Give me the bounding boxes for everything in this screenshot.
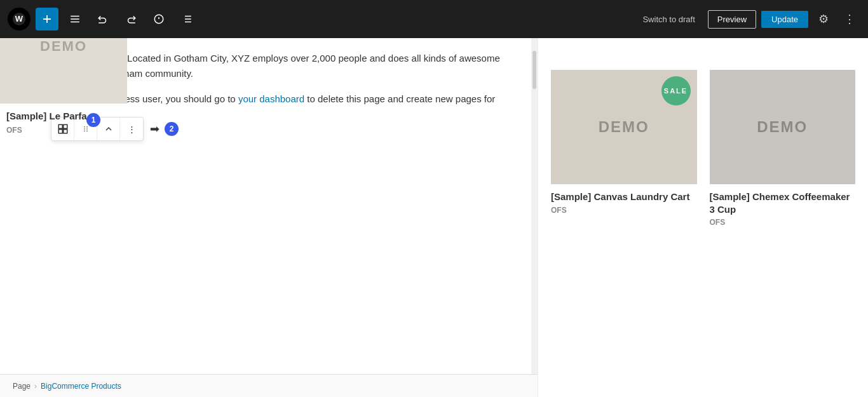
back-arrow-icon: ⬅ <box>150 122 159 136</box>
more-options-button[interactable]: ⋮ <box>839 8 860 30</box>
badge-2: 2 <box>165 122 179 136</box>
breadcrumb-bigcommerce: BigCommerce Products <box>41 382 121 391</box>
scrollbar-thumb <box>532 51 536 89</box>
canvas-cart-image: DEMO SALE <box>551 70 697 184</box>
editor-area: public ever since. Located in Gotham Cit… <box>0 38 868 397</box>
settings-button[interactable]: ⚙ <box>813 8 834 30</box>
chemex-demo-text: DEMO <box>757 118 808 136</box>
add-block-button[interactable] <box>36 8 58 30</box>
switch-draft-button[interactable]: Switch to draft <box>635 11 702 28</box>
left-product-card: DEMO [Sample] Le Parfa OFS <box>0 38 127 136</box>
svg-text:W: W <box>15 14 24 24</box>
editor-content[interactable]: public ever since. Located in Gotham Cit… <box>0 38 538 159</box>
canvas-cart-ofs: OFS <box>551 206 697 215</box>
canvas-demo-text: DEMO <box>599 118 649 136</box>
breadcrumb-bar: Page › BigCommerce Products <box>0 374 538 397</box>
undo-button[interactable] <box>92 8 114 30</box>
wordpress-logo: W <box>8 8 31 30</box>
canvas-cart-card: DEMO SALE [Sample] Canvas Laundry Cart O… <box>551 70 697 227</box>
chemex-name: [Sample] Chemex Coffeemaker 3 Cup <box>710 191 856 215</box>
editor-scrollbar[interactable] <box>531 38 538 374</box>
left-product-ofs: OFS <box>0 124 127 136</box>
product-grid: DEMO SALE [Sample] Canvas Laundry Cart O… <box>551 44 855 227</box>
preview-button[interactable]: Preview <box>708 10 756 29</box>
list-view-button[interactable] <box>175 8 198 30</box>
right-panel: DEMO SALE [Sample] Canvas Laundry Cart O… <box>538 38 868 397</box>
editor-main: public ever since. Located in Gotham Cit… <box>0 38 538 397</box>
tools-button[interactable] <box>64 8 86 30</box>
dashboard-link[interactable]: your dashboard <box>238 93 304 104</box>
sale-badge: SALE <box>661 76 691 105</box>
breadcrumb-separator: › <box>34 382 37 391</box>
update-button[interactable]: Update <box>761 11 808 28</box>
chemex-image: DEMO <box>710 70 856 184</box>
left-product-name: [Sample] Le Parfa <box>0 110 127 123</box>
chemex-card: DEMO [Sample] Chemex Coffeemaker 3 Cup O… <box>710 70 856 227</box>
chemex-ofs: OFS <box>710 218 856 227</box>
top-toolbar: W Switch to draft Preview Update ⚙ ⋮ <box>0 0 868 38</box>
redo-button[interactable] <box>119 8 142 30</box>
toolbar-right: Switch to draft Preview Update ⚙ ⋮ <box>635 8 860 30</box>
left-product-image: DEMO <box>0 38 127 104</box>
canvas-cart-name: [Sample] Canvas Laundry Cart <box>551 191 697 203</box>
info-button[interactable] <box>147 8 170 30</box>
breadcrumb-page: Page <box>13 382 31 391</box>
